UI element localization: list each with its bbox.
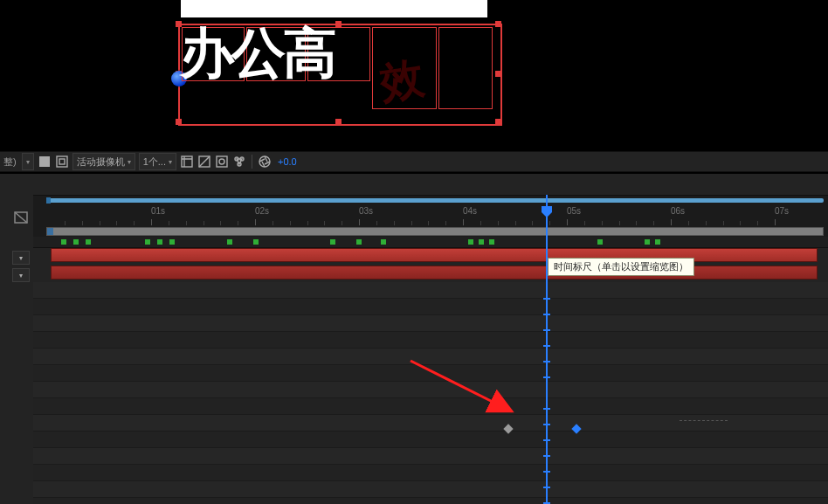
resize-handle[interactable] (335, 119, 342, 125)
svg-rect-2 (59, 159, 65, 164)
dimmed-glyph: 效 (376, 49, 428, 113)
camera-dropdown[interactable]: 活动摄像机▾ (72, 153, 135, 170)
text-content: 办公高 (180, 17, 335, 90)
mask-toggle-icon[interactable] (55, 155, 69, 169)
resize-handle[interactable] (335, 21, 342, 27)
transparency-grid-icon[interactable] (38, 155, 52, 169)
chevron-down-icon: ▾ (128, 158, 131, 166)
svg-point-6 (219, 159, 224, 164)
glyph-box (438, 27, 493, 109)
resolution-dropdown[interactable]: ▾ (22, 153, 34, 170)
camera-label: 活动摄像机 (77, 155, 125, 169)
separator (252, 155, 252, 169)
selected-text-layer[interactable]: 效 办公高 (175, 20, 502, 127)
exposure-value[interactable]: +0.0 (275, 156, 297, 167)
resize-handle[interactable] (495, 21, 501, 27)
reset-exposure-icon[interactable] (215, 155, 229, 169)
svg-rect-5 (217, 156, 227, 167)
composition-preview[interactable]: 效 办公高 (0, 0, 828, 148)
svg-rect-1 (57, 156, 67, 167)
resize-handle[interactable] (495, 119, 501, 125)
view-count-dropdown[interactable]: 1个...▾ (139, 153, 176, 170)
preview-white-rect (181, 0, 487, 17)
layer-twirl[interactable]: ▾ (12, 268, 30, 282)
comp-mini-icon[interactable] (14, 211, 28, 224)
chevron-down-icon: ▾ (26, 158, 30, 166)
layer-twirl[interactable]: ▾ (12, 251, 30, 265)
resolution-label[interactable]: 整) (2, 155, 18, 169)
timeline-gutter: ▾ ▾ (0, 174, 33, 504)
svg-rect-3 (182, 156, 192, 167)
timeline-main[interactable]: 01s02s03s04s05s06s07s 时间标尺（单击以设置缩览图） (33, 174, 828, 504)
timeline-panel: ▾ ▾ 01s02s03s04s05s06s07s 时间标尺（单击以设置缩览图） (0, 174, 828, 504)
view-count-label: 1个... (143, 155, 166, 169)
resize-handle[interactable] (495, 71, 501, 77)
guides-icon[interactable] (180, 155, 194, 169)
snapshot-icon[interactable] (232, 155, 246, 169)
svg-line-12 (411, 361, 512, 411)
aperture-icon[interactable] (258, 155, 272, 169)
ruler-tooltip: 时间标尺（单击以设置缩览图） (548, 258, 694, 276)
annotation-arrow (33, 174, 828, 504)
chevron-down-icon: ▾ (169, 158, 172, 166)
channel-icon[interactable] (197, 155, 211, 169)
resize-handle[interactable] (176, 119, 182, 125)
viewer-toolbar: 整) ▾ 活动摄像机▾ 1个...▾ +0.0 (0, 151, 828, 172)
svg-point-10 (259, 156, 270, 167)
svg-rect-0 (39, 156, 50, 167)
